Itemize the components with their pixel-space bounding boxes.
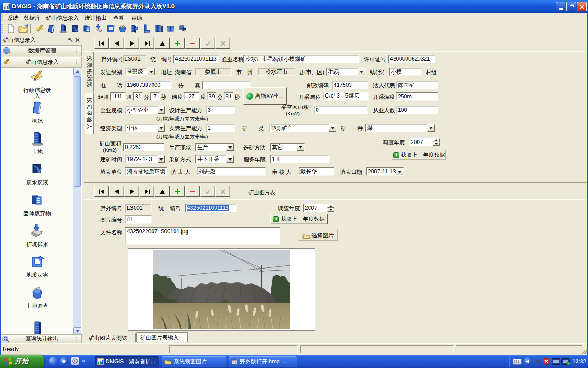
toolbar-overview-icon[interactable] — [46, 24, 57, 33]
nav2-post-button[interactable] — [200, 186, 215, 197]
nav2-insert-button[interactable] — [170, 186, 185, 197]
sidebar-item-solid-waste[interactable]: 固体废弃物 — [0, 192, 74, 217]
chevron-down-icon[interactable] — [158, 155, 165, 163]
field-weidu-miao[interactable]: 31 — [224, 92, 233, 101]
nav2-cancel-button[interactable] — [215, 186, 230, 197]
nav1-prior-button[interactable] — [109, 38, 124, 49]
tray-network-icon[interactable] — [552, 358, 560, 365]
field-kaicai-shendu[interactable]: 250m — [396, 92, 438, 101]
nav2-delete-button[interactable] — [185, 186, 200, 197]
menu-system[interactable]: 系统 — [6, 14, 20, 23]
field-youzheng-bianma[interactable]: 417503 — [332, 81, 368, 89]
restore-button[interactable] — [566, 2, 576, 12]
spin-down-icon[interactable] — [327, 208, 334, 212]
sidebar-close-icon[interactable] — [75, 37, 80, 43]
pin-icon[interactable] — [68, 37, 73, 43]
nav2-next-button[interactable] — [124, 186, 139, 197]
sidebar-item-partial[interactable] — [0, 320, 74, 334]
toolbar-solid-waste-icon[interactable] — [82, 24, 92, 33]
taskbar-task-folder[interactable]: 系统截图图片 — [162, 356, 226, 367]
toolbar-export-icon[interactable] — [178, 24, 188, 33]
toolbar-land-icon[interactable] — [58, 24, 68, 33]
field-kuangshan-mianji[interactable]: 0.2263 — [123, 143, 164, 151]
nav2-last-button[interactable] — [140, 186, 154, 197]
sidebar-item-land[interactable]: 土地 — [0, 131, 74, 155]
sidebar-item-geo-hazard[interactable]: 地质灾害 — [0, 254, 74, 278]
vtab-table-browse[interactable]: 按表格浏览 — [85, 52, 94, 92]
quicklaunch-chevron-icon[interactable]: » — [82, 357, 85, 364]
field-kaicai-cengwei[interactable]: C₁c¹ 3、5煤层 — [323, 92, 369, 101]
chevron-down-icon[interactable] — [396, 168, 403, 175]
nav1-last-button[interactable] — [140, 38, 154, 49]
field-zhen[interactable]: 小横 — [389, 68, 421, 76]
nav1-cancel-button[interactable] — [215, 38, 230, 49]
chevron-down-icon[interactable] — [297, 144, 304, 151]
field-weidu-fen[interactable]: 39 — [207, 92, 216, 101]
open-folder-icon[interactable] — [18, 24, 28, 33]
toolbar-survey-icon[interactable] — [118, 24, 128, 33]
toolbar-package-icon[interactable] — [166, 24, 176, 33]
combo-shengchan-xianzhuang[interactable]: 生产 — [195, 143, 234, 151]
field2-wenjian-mingcheng[interactable]: 4325022007LS00101.jpg — [125, 227, 280, 245]
sidebar-item-admin-entry[interactable]: 行政信息录入 — [0, 69, 74, 99]
field-weidu-du[interactable]: 27 — [184, 92, 199, 101]
nav2-up-button[interactable] — [155, 186, 170, 197]
chevron-down-icon[interactable] — [427, 124, 435, 132]
toolbar-report-icon[interactable] — [142, 24, 152, 33]
field-xukezheng-hao[interactable]: 4300000620321 — [388, 55, 435, 63]
combo-kuangzhong[interactable]: 煤 — [365, 124, 435, 132]
get-previous-year-button2[interactable]: 获取上一年度数据 — [270, 214, 328, 224]
tray-volume-icon[interactable] — [533, 358, 541, 365]
combo-qiye-guimo[interactable]: 小型企业 — [125, 106, 165, 114]
field-telephone[interactable]: 13607387000 — [125, 81, 172, 89]
sidebar-item-overview[interactable]: 概况 — [0, 100, 74, 124]
resize-grip-icon[interactable] — [582, 349, 587, 354]
get-previous-year-button[interactable]: 获取上一年度数据 — [392, 150, 446, 160]
quicklaunch-ie-icon[interactable]: e — [60, 357, 68, 365]
menu-stats-output[interactable]: 统计输出 — [83, 14, 108, 23]
tab-picture-entry[interactable]: 矿山图片表输入 — [136, 332, 188, 342]
field-jingdu-du[interactable]: 111 — [110, 92, 126, 101]
sidebar-item-wastewater[interactable]: 废水废液 — [0, 161, 74, 186]
menu-view[interactable]: 查看 — [111, 14, 126, 23]
minimize-button[interactable] — [556, 2, 565, 12]
nav1-next-button[interactable] — [124, 38, 139, 49]
combo-caikuang-fangshi[interactable]: 井下开采 — [195, 155, 234, 163]
toolbar-wastewater-icon[interactable] — [70, 24, 80, 33]
field-qiye-mingcheng[interactable]: 冷水江市毛易镇小横煤矿 — [243, 55, 360, 63]
spin-up-icon[interactable] — [433, 138, 440, 142]
toolbar-columns-icon[interactable] — [154, 24, 164, 33]
sidebar-section-mine-entry[interactable]: 矿山信息录入 ⋮ — [0, 57, 82, 68]
chevron-down-icon[interactable] — [329, 124, 336, 132]
field-sheji-nengli[interactable]: 3 — [206, 106, 235, 114]
tray-keyboard-icon[interactable] — [513, 359, 522, 365]
spin-up-icon[interactable] — [327, 204, 334, 208]
quicklaunch-msn-icon[interactable] — [49, 357, 57, 365]
combo-fazheng-jibie[interactable]: 省部级 — [125, 68, 155, 76]
field-caikongqu-mianji[interactable]: 0 — [314, 106, 368, 114]
spinner-diaocha-niandu[interactable]: 2007 — [409, 138, 440, 146]
chevron-down-icon[interactable] — [226, 155, 234, 163]
sidebar-section-database[interactable]: 数据库管理 ⋮ — [0, 45, 82, 56]
nav1-insert-button[interactable] — [170, 38, 185, 49]
tray-language-icon[interactable] — [524, 357, 531, 365]
toolbar-query-stats-icon[interactable] — [130, 24, 140, 33]
menu-database[interactable]: 数据库 — [22, 14, 42, 23]
chevron-down-icon[interactable] — [147, 68, 155, 75]
combo-tianbiao-riqi[interactable]: 2007-11-13 — [366, 167, 404, 176]
taskbar-task-dmgis[interactable]: DMGIS - 湖南省矿... — [95, 356, 159, 367]
field-tianbiao-danwei[interactable]: 湖南省地质环境 — [125, 167, 167, 176]
field-shenhe-ren[interactable]: 戴长华 — [299, 167, 334, 176]
close-button[interactable] — [577, 2, 587, 12]
nav2-first-button[interactable] — [94, 186, 109, 197]
quicklaunch-app-icon[interactable] — [71, 357, 79, 365]
field2-tongyi-bianhao[interactable]: 43250211001113 — [185, 204, 237, 212]
field-tianbiao-ren[interactable]: 刘志尧 — [197, 167, 266, 176]
combo-xuankuang-fangfa[interactable]: 其它 — [270, 143, 305, 151]
scrollbar-thumb[interactable] — [74, 76, 81, 187]
field-shizhou[interactable]: 冷水江市 — [258, 68, 295, 76]
field-yewai-bianhao[interactable]: LS001 — [123, 55, 147, 63]
nav2-prior-button[interactable] — [109, 186, 124, 197]
field2-yewai-bianhao[interactable]: LS001 — [125, 204, 152, 212]
sidebar-item-land-survey[interactable]: 土地调查 — [0, 285, 74, 309]
